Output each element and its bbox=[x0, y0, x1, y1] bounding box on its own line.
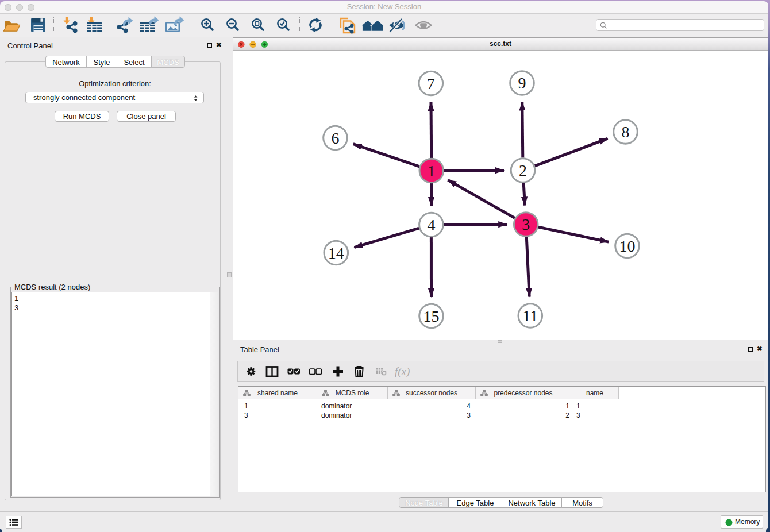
svg-text:f(x): f(x) bbox=[395, 365, 410, 378]
svg-text:14: 14 bbox=[328, 244, 344, 262]
svg-text:9: 9 bbox=[518, 74, 526, 92]
svg-text:6: 6 bbox=[332, 129, 340, 147]
svg-text:10: 10 bbox=[619, 237, 636, 255]
svg-text:7: 7 bbox=[427, 75, 435, 92]
svg-text:2: 2 bbox=[519, 161, 527, 179]
svg-text:3: 3 bbox=[522, 215, 530, 233]
svg-text:11: 11 bbox=[522, 307, 538, 325]
svg-text:8: 8 bbox=[622, 123, 630, 141]
svg-text:1: 1 bbox=[428, 162, 436, 180]
svg-text:4: 4 bbox=[427, 216, 435, 234]
svg-text:15: 15 bbox=[424, 307, 440, 325]
